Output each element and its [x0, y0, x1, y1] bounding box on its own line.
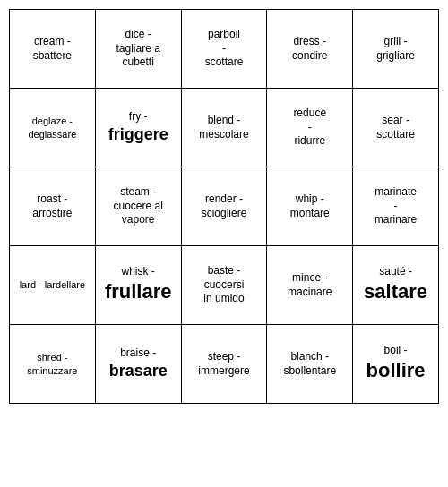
cell-2-2: render - sciogliere [181, 167, 267, 246]
cell-2-0: roast - arrostire [10, 167, 96, 246]
bingo-grid: cream - sbatteredice - tagliare a cubett… [9, 9, 439, 404]
cell-4-4: boil -bollire [353, 325, 439, 404]
cell-1-1: fry -friggere [95, 89, 181, 167]
cell-2-3: whip - montare [267, 167, 353, 246]
cell-4-0: shred - sminuzzare [10, 325, 96, 404]
cell-4-2: steep - immergere [181, 325, 267, 404]
cell-1-4: sear - scottare [353, 89, 439, 167]
cell-3-0: lard - lardellare [10, 246, 96, 325]
cell-3-4: sauté -saltare [353, 246, 439, 325]
cell-3-3: mince - macinare [267, 246, 353, 325]
cell-1-0: deglaze - deglassare [10, 89, 96, 167]
cell-2-4: marinate - marinare [353, 167, 439, 246]
cell-3-2: baste - cuocersi in umido [181, 246, 267, 325]
bingo-title [9, 0, 439, 9]
cell-0-1: dice - tagliare a cubetti [95, 10, 181, 89]
cell-4-1: braise -brasare [95, 325, 181, 404]
cell-4-3: blanch - sbollentare [267, 325, 353, 404]
cell-1-3: reduce - ridurre [267, 89, 353, 167]
cell-0-2: parboil - scottare [181, 10, 267, 89]
cell-3-1: whisk -frullare [95, 246, 181, 325]
cell-0-3: dress - condire [267, 10, 353, 89]
cell-1-2: blend - mescolare [181, 89, 267, 167]
cell-0-0: cream - sbattere [10, 10, 96, 89]
cell-0-4: grill - grigliare [353, 10, 439, 89]
cell-2-1: steam - cuocere al vapore [95, 167, 181, 246]
